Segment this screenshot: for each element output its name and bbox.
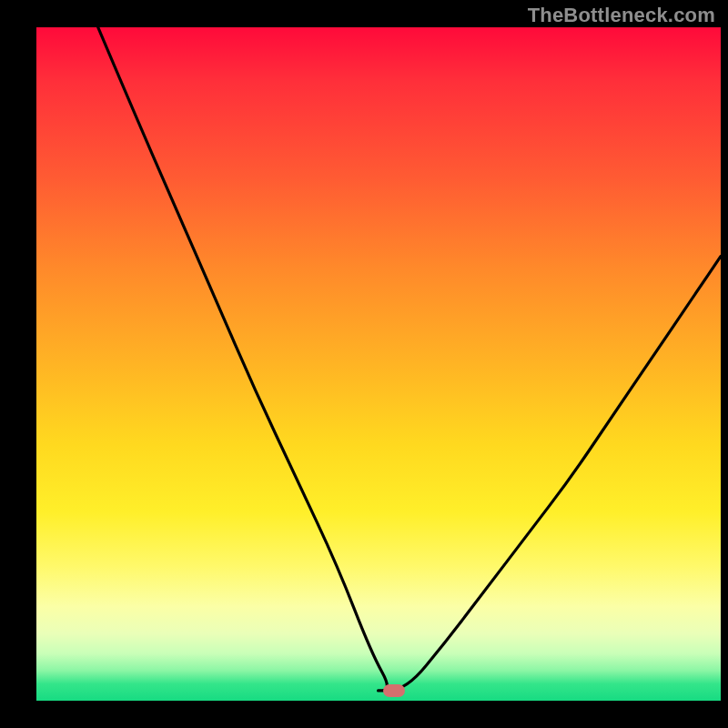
plot-area bbox=[36, 27, 721, 701]
watermark-text: TheBottleneck.com bbox=[528, 4, 715, 27]
chart-frame: TheBottleneck.com bbox=[0, 0, 728, 728]
minimum-marker bbox=[383, 684, 405, 697]
bottleneck-curve bbox=[36, 27, 721, 701]
